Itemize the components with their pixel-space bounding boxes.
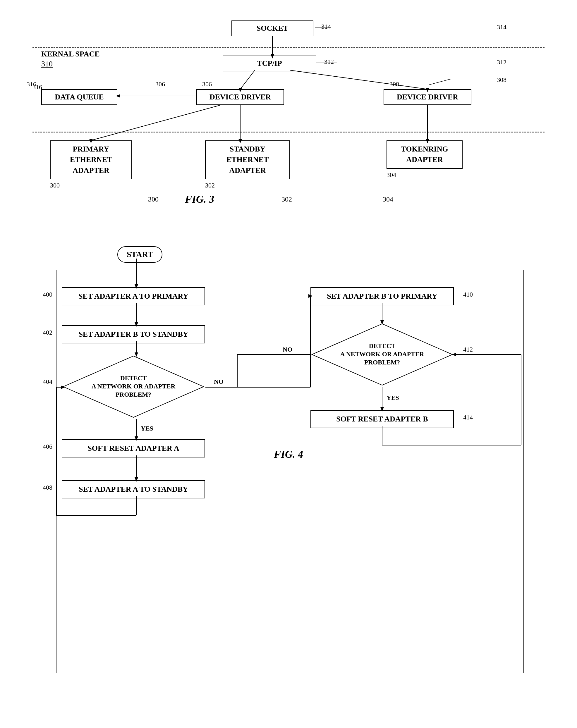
dashed-line-bottom	[32, 132, 545, 132]
socket-box: SOCKET 314	[231, 21, 313, 36]
fig3-label: FIG. 3	[185, 193, 214, 205]
svg-line-4	[290, 70, 427, 89]
device-driver-1-num: 306	[202, 80, 212, 88]
step-406: 406 SOFT RESET ADAPTER A	[62, 439, 205, 458]
step-404-num: 404	[43, 378, 52, 386]
svg-line-2	[240, 70, 255, 89]
step-404-diamond: 404 DETECT A NETWORK OR ADAPTER PROBLEM?	[62, 355, 205, 420]
adapter-standby-num: 302	[205, 182, 290, 189]
svg-line-16	[429, 79, 451, 85]
fig4-diagram: START 400 SET ADAPTER A TO PRIMARY 402 S…	[25, 235, 552, 472]
socket-num-label: 314	[497, 23, 506, 31]
data-queue-box: DATA QUEUE 316	[41, 89, 117, 105]
device-driver-2-box: DEVICE DRIVER 308	[383, 89, 471, 105]
socket-num: 314	[321, 23, 331, 30]
svg-text:DETECT: DETECT	[369, 342, 396, 349]
step-410: 410 SET ADAPTER B TO PRIMARY	[310, 287, 454, 305]
adapter-tokenring-num: 304	[386, 171, 462, 179]
step-406-num: 406	[43, 443, 52, 450]
step-402-num: 402	[43, 329, 52, 336]
step-400: 400 SET ADAPTER A TO PRIMARY	[62, 287, 205, 305]
step-402: 402 SET ADAPTER B TO STANDBY	[62, 325, 205, 343]
fig3-304-label: 304	[383, 196, 393, 203]
standby-ethernet-adapter: STANDBY ETHERNETADAPTER 302	[205, 140, 290, 189]
primary-ethernet-adapter: PRIMARY ETHERNETADAPTER 300	[50, 140, 132, 189]
step-408: 408 SET ADAPTER A TO STANDBY	[62, 480, 205, 498]
fig3-diagram: KERNAL SPACE 310 SOCKET 314 TCP/IP 312 D…	[25, 12, 552, 211]
step-414: 414 SOFT RESET ADAPTER B	[310, 410, 454, 428]
tcpip-box: TCP/IP 312	[223, 56, 316, 71]
step-412-diamond: 412 DETECT A NETWORK OR ADAPTER PROBLEM?	[310, 322, 454, 388]
tcpip-num: 312	[324, 58, 334, 66]
fig3-302-label: 302	[281, 196, 292, 203]
svg-line-10	[91, 105, 220, 140]
step-412-num: 412	[463, 346, 473, 353]
step-400-num: 400	[43, 291, 52, 298]
dd2-num-label: 308	[497, 76, 506, 84]
dq-num-label: 316	[32, 83, 42, 91]
svg-text:DETECT: DETECT	[120, 374, 147, 382]
step-414-num: 414	[463, 414, 473, 421]
tokenring-adapter: TOKENRINGADAPTER 304	[386, 140, 462, 179]
step-408-num: 408	[43, 484, 52, 491]
fig3-300-label: 300	[148, 196, 158, 203]
dd1-num-label: 306	[155, 80, 165, 88]
svg-text:PROBLEM?: PROBLEM?	[364, 359, 400, 366]
svg-text:PROBLEM?: PROBLEM?	[116, 391, 151, 398]
device-driver-2-num: 308	[390, 80, 399, 88]
tcpip-num-label: 312	[497, 58, 506, 66]
svg-text:A NETWORK OR ADAPTER: A NETWORK OR ADAPTER	[92, 383, 176, 390]
dashed-line-top	[32, 47, 545, 48]
kernal-space-label: KERNAL SPACE 310	[41, 50, 100, 69]
svg-text:A NETWORK OR ADAPTER: A NETWORK OR ADAPTER	[340, 350, 425, 358]
step-410-num: 410	[463, 291, 473, 298]
device-driver-1-box: DEVICE DRIVER 306	[196, 89, 284, 105]
adapter-primary-num: 300	[50, 182, 132, 189]
start-node: START	[117, 246, 162, 263]
